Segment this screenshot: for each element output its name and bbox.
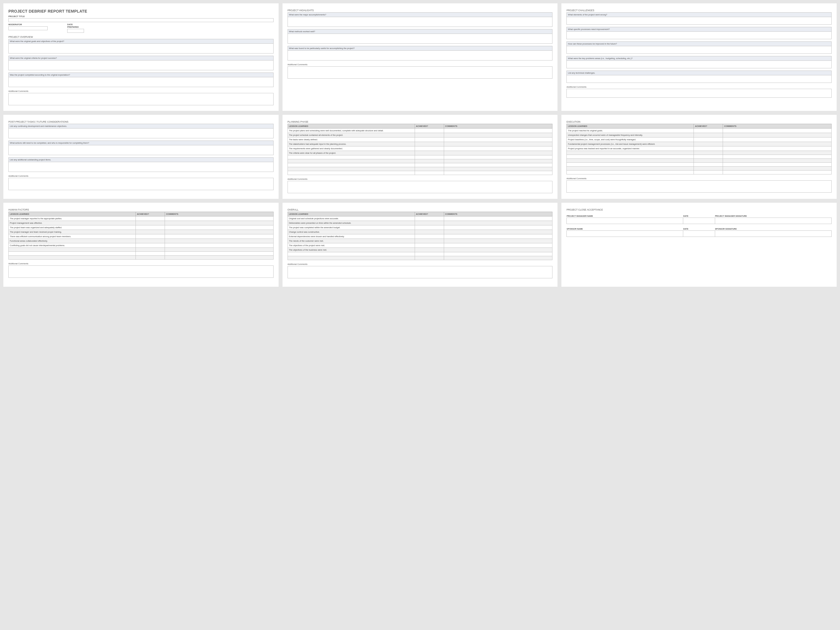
lesson-cell[interactable] xyxy=(567,151,694,155)
achieved-cell[interactable] xyxy=(415,230,444,234)
comments-cell[interactable] xyxy=(165,256,273,260)
achieved-cell[interactable] xyxy=(415,155,444,159)
achieved-cell[interactable] xyxy=(415,226,444,230)
achieved-cell[interactable] xyxy=(415,252,444,256)
achieved-cell[interactable] xyxy=(415,159,444,163)
comments-cell[interactable] xyxy=(723,171,832,174)
achieved-cell[interactable] xyxy=(415,239,444,243)
lesson-cell[interactable]: The project manager reported to the appr… xyxy=(9,216,136,221)
overview-q2-input[interactable] xyxy=(8,60,273,70)
comments-cell[interactable] xyxy=(444,256,553,260)
achieved-cell[interactable] xyxy=(694,155,723,159)
postproject-ac-input[interactable] xyxy=(8,178,273,190)
achieved-cell[interactable] xyxy=(415,256,444,260)
achieved-cell[interactable] xyxy=(415,216,444,221)
achieved-cell[interactable] xyxy=(136,221,165,226)
challenges-q1-input[interactable] xyxy=(567,17,832,25)
lesson-cell[interactable] xyxy=(567,167,694,171)
lesson-cell[interactable] xyxy=(287,256,415,260)
comments-cell[interactable] xyxy=(165,234,273,239)
comments-cell[interactable] xyxy=(165,243,273,248)
comments-cell[interactable] xyxy=(444,142,553,147)
lesson-cell[interactable]: Functional areas collaborated effectivel… xyxy=(9,239,136,243)
overview-ac-input[interactable] xyxy=(8,93,273,105)
lesson-cell[interactable]: The project was completed within the ame… xyxy=(287,226,415,230)
achieved-cell[interactable] xyxy=(415,243,444,248)
lesson-cell[interactable]: Project management was effective. xyxy=(9,221,136,226)
human-ac-input[interactable] xyxy=(8,265,273,278)
overall-ac-input[interactable] xyxy=(287,266,553,278)
achieved-cell[interactable] xyxy=(136,216,165,221)
overview-q1-input[interactable] xyxy=(8,43,273,54)
achieved-cell[interactable] xyxy=(136,256,165,260)
lesson-cell[interactable]: The project schedule contained all eleme… xyxy=(287,133,415,137)
comments-cell[interactable] xyxy=(165,252,273,256)
project-title-input[interactable] xyxy=(8,18,273,22)
comments-cell[interactable] xyxy=(444,248,553,252)
lesson-cell[interactable] xyxy=(567,159,694,163)
comments-cell[interactable] xyxy=(444,163,553,167)
achieved-cell[interactable] xyxy=(415,248,444,252)
achieved-cell[interactable] xyxy=(415,171,444,175)
comments-cell[interactable] xyxy=(444,234,553,239)
lesson-cell[interactable]: The stakeholders had adequate input in t… xyxy=(287,142,415,147)
lesson-cell[interactable]: There was efficient communication among … xyxy=(9,234,136,239)
comments-cell[interactable] xyxy=(723,147,832,151)
comments-cell[interactable] xyxy=(723,128,832,133)
sp-date-input[interactable] xyxy=(683,231,715,237)
lesson-cell[interactable]: The needs of the customer were met. xyxy=(287,239,415,243)
achieved-cell[interactable] xyxy=(694,167,723,171)
comments-cell[interactable] xyxy=(165,230,273,234)
challenges-q3-input[interactable] xyxy=(567,46,832,54)
lesson-cell[interactable]: The project team was organized and adequ… xyxy=(9,226,136,230)
lesson-cell[interactable]: Project baselines (i.e., time, scope, an… xyxy=(567,137,694,142)
achieved-cell[interactable] xyxy=(415,133,444,137)
lesson-cell[interactable]: The requirements were gathered and clear… xyxy=(287,147,415,151)
comments-cell[interactable] xyxy=(444,128,553,133)
lesson-cell[interactable] xyxy=(287,159,415,163)
comments-cell[interactable] xyxy=(165,221,273,226)
highlights-q2-input[interactable] xyxy=(287,33,553,44)
achieved-cell[interactable] xyxy=(415,167,444,171)
achieved-cell[interactable] xyxy=(694,159,723,163)
comments-cell[interactable] xyxy=(723,167,832,171)
lesson-cell[interactable] xyxy=(287,167,415,171)
lesson-cell[interactable]: Original cost and schedule projections w… xyxy=(287,216,415,221)
comments-cell[interactable] xyxy=(723,133,832,137)
achieved-cell[interactable] xyxy=(415,151,444,155)
comments-cell[interactable] xyxy=(444,147,553,151)
lesson-cell[interactable]: Deliverables were presented on time with… xyxy=(287,221,415,226)
comments-cell[interactable] xyxy=(444,167,553,171)
lesson-cell[interactable] xyxy=(9,252,136,256)
moderator-input[interactable] xyxy=(8,26,47,30)
lesson-cell[interactable]: Unexpected changes that occurred were of… xyxy=(567,133,694,137)
achieved-cell[interactable] xyxy=(694,171,723,174)
lesson-cell[interactable]: Change control was constructive. xyxy=(287,230,415,234)
comments-cell[interactable] xyxy=(723,163,832,167)
achieved-cell[interactable] xyxy=(136,252,165,256)
comments-cell[interactable] xyxy=(165,239,273,243)
achieved-cell[interactable] xyxy=(136,230,165,234)
comments-cell[interactable] xyxy=(444,226,553,230)
lesson-cell[interactable]: The project reached its original goals. xyxy=(567,128,694,133)
lesson-cell[interactable]: The criteria were clear for all phases o… xyxy=(287,151,415,155)
postproject-q2-input[interactable] xyxy=(8,145,273,155)
challenges-q2-input[interactable] xyxy=(567,32,832,39)
achieved-cell[interactable] xyxy=(415,147,444,151)
achieved-cell[interactable] xyxy=(694,128,723,133)
comments-cell[interactable] xyxy=(444,171,553,175)
pm-date-input[interactable] xyxy=(683,218,715,224)
lesson-cell[interactable]: Fundamental project management processes… xyxy=(567,142,694,147)
comments-cell[interactable] xyxy=(723,159,832,163)
comments-cell[interactable] xyxy=(444,151,553,155)
lesson-cell[interactable]: The objectives of the project were met. xyxy=(287,243,415,248)
pm-name-input[interactable] xyxy=(567,218,683,224)
comments-cell[interactable] xyxy=(723,155,832,159)
achieved-cell[interactable] xyxy=(415,221,444,226)
achieved-cell[interactable] xyxy=(136,248,165,252)
comments-cell[interactable] xyxy=(444,133,553,137)
achieved-cell[interactable] xyxy=(694,142,723,147)
achieved-cell[interactable] xyxy=(694,151,723,155)
lesson-cell[interactable] xyxy=(287,171,415,175)
lesson-cell[interactable] xyxy=(287,252,415,256)
